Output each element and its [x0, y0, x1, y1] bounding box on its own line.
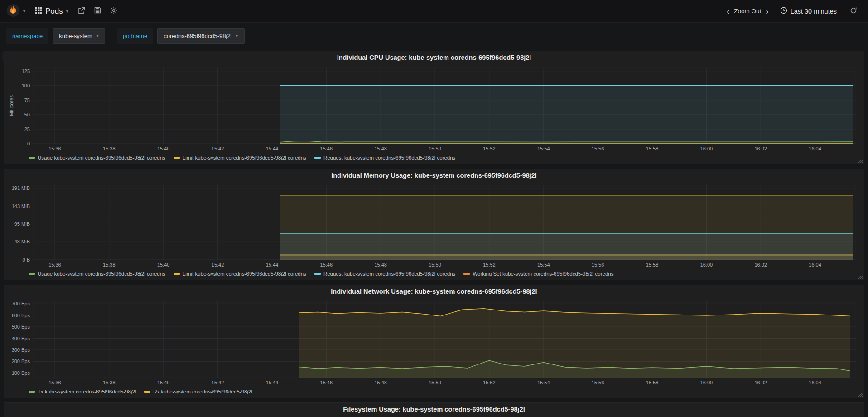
template-variables-row: namespace kube-system ▾ podname coredns-… [6, 28, 868, 44]
time-shift-forward-button[interactable]: › [764, 6, 770, 16]
svg-text:15:50: 15:50 [429, 146, 441, 151]
zoom-out-button[interactable]: Zoom Out [734, 8, 761, 15]
legend-item[interactable]: Rx kube-system coredns-695f96dcd5-98j2l [144, 389, 252, 394]
panel-network-usage: Individual Network Usage: kube-system co… [4, 285, 864, 398]
legend-item[interactable]: Request kube-system coredns-695f96dcd5-9… [314, 155, 456, 160]
svg-text:15:44: 15:44 [266, 262, 279, 267]
svg-text:15:52: 15:52 [483, 146, 496, 151]
svg-text:15:42: 15:42 [212, 262, 224, 267]
legend-color-dash [314, 157, 321, 159]
grafana-logo-button[interactable]: ▾ [6, 0, 30, 23]
chart-legend: Tx kube-system coredns-695f96dcd5-98j2lR… [8, 387, 860, 396]
svg-text:100 Bps: 100 Bps [12, 370, 30, 376]
refresh-button[interactable] [845, 0, 862, 23]
svg-text:0: 0 [27, 141, 30, 146]
svg-text:15:40: 15:40 [157, 262, 170, 267]
dashboard-grid-icon [35, 7, 42, 15]
svg-text:16:04: 16:04 [809, 146, 821, 151]
share-dashboard-button[interactable] [73, 0, 90, 23]
legend-item[interactable]: Usage kube-system coredns-695f96dcd5-98j… [29, 155, 165, 160]
save-icon [94, 7, 101, 15]
svg-text:0 B: 0 B [22, 257, 30, 262]
panel-title[interactable]: Individual CPU Usage: kube-system coredn… [8, 51, 860, 64]
legend-item[interactable]: Request kube-system coredns-695f96dcd5-9… [314, 271, 456, 276]
panel-title[interactable]: Individual Network Usage: kube-system co… [8, 285, 860, 298]
chart-plot-cpu[interactable]: 15:3615:3815:4015:4215:4415:4615:4815:50… [8, 64, 860, 153]
legend-color-dash [463, 273, 470, 275]
chart-plot-network[interactable]: 15:3615:3815:4015:4215:4415:4615:4815:50… [8, 298, 860, 387]
svg-text:300 Bps: 300 Bps [12, 347, 30, 353]
svg-text:15:38: 15:38 [103, 146, 116, 151]
legend-item[interactable]: Limit kube-system coredns-695f96dcd5-98j… [174, 271, 306, 276]
dashboard-settings-button[interactable] [106, 0, 122, 23]
svg-text:16:02: 16:02 [754, 262, 767, 267]
caret-down-icon: ▾ [96, 34, 99, 38]
legend-color-dash [174, 157, 180, 159]
variable-namespace-dropdown[interactable]: kube-system ▾ [53, 28, 105, 44]
svg-text:15:36: 15:36 [48, 146, 61, 151]
time-range-label: Last 30 minutes [791, 8, 837, 15]
time-shift-back-button[interactable]: ‹ [725, 6, 731, 16]
legend-color-dash [29, 273, 35, 275]
variable-podname: podname coredns-695f96dcd5-98j2l ▾ [117, 28, 245, 44]
panel-cpu-usage: Individual CPU Usage: kube-system coredn… [4, 51, 864, 164]
panel-rows: ⋮⋮⋮⋮⋮⋮ Individual CPU Usage: kube-system… [4, 51, 864, 417]
legend-item[interactable]: Limit kube-system coredns-695f96dcd5-98j… [174, 155, 306, 160]
svg-text:15:58: 15:58 [646, 146, 659, 151]
svg-text:15:38: 15:38 [103, 380, 116, 385]
variable-namespace-value: kube-system [59, 33, 92, 39]
chart-plot-memory[interactable]: 15:3615:3815:4015:4215:4415:4615:4815:50… [8, 182, 860, 269]
svg-text:143 MiB: 143 MiB [12, 204, 30, 209]
legend-item[interactable]: Working Set kube-system coredns-695f96dc… [463, 271, 613, 276]
svg-text:200 Bps: 200 Bps [12, 359, 30, 364]
legend-item[interactable]: Usage kube-system coredns-695f96dcd5-98j… [29, 271, 165, 276]
svg-text:25: 25 [24, 126, 30, 132]
chart-legend: Usage kube-system coredns-695f96dcd5-98j… [8, 269, 860, 278]
legend-color-dash [174, 273, 180, 275]
caret-down-icon: ▾ [23, 9, 25, 14]
panel-memory-usage: Individual Memory Usage: kube-system cor… [4, 169, 864, 280]
panel-filesystem-usage: Filesystem Usage: kube-system coredns-69… [4, 402, 864, 417]
legend-color-dash [144, 391, 150, 393]
navbar-right: ‹ Zoom Out › Last 30 minutes [725, 0, 862, 23]
svg-text:15:48: 15:48 [374, 262, 387, 267]
row-drag-handle[interactable]: ⋮⋮⋮⋮⋮⋮ [0, 54, 3, 61]
svg-text:15:44: 15:44 [266, 380, 279, 385]
chart-svg: 15:3615:3815:4015:4215:4415:4615:4815:50… [8, 182, 860, 269]
legend-item[interactable]: Tx kube-system coredns-695f96dcd5-98j2l [29, 389, 136, 394]
svg-text:15:36: 15:36 [48, 380, 61, 385]
svg-text:16:00: 16:00 [700, 262, 713, 267]
svg-text:15:50: 15:50 [429, 262, 441, 267]
svg-text:15:36: 15:36 [48, 262, 61, 267]
svg-text:15:58: 15:58 [646, 380, 659, 385]
svg-text:15:50: 15:50 [429, 380, 441, 385]
time-range-picker[interactable]: Last 30 minutes [775, 0, 842, 23]
svg-text:191 MiB: 191 MiB [12, 185, 30, 191]
clock-icon [780, 7, 787, 16]
svg-text:15:56: 15:56 [592, 262, 604, 267]
svg-text:15:52: 15:52 [483, 380, 496, 385]
variable-podname-label: podname [117, 28, 153, 44]
share-icon [78, 7, 85, 16]
svg-text:15:54: 15:54 [537, 262, 550, 267]
panel-title[interactable]: Filesystem Usage: kube-system coredns-69… [8, 403, 860, 416]
svg-text:15:40: 15:40 [157, 380, 170, 385]
svg-text:15:46: 15:46 [320, 146, 333, 151]
gear-icon [110, 7, 117, 16]
save-dashboard-button[interactable] [90, 0, 106, 23]
dashboard: ▾ Pods ▾ [0, 0, 868, 417]
svg-text:15:54: 15:54 [537, 146, 550, 151]
svg-text:15:42: 15:42 [212, 380, 224, 385]
svg-text:15:48: 15:48 [374, 380, 387, 385]
svg-text:15:52: 15:52 [483, 262, 496, 267]
svg-text:600 Bps: 600 Bps [12, 313, 30, 318]
navbar-left: ▾ Pods ▾ [6, 0, 122, 23]
dashboard-picker[interactable]: Pods ▾ [30, 0, 73, 23]
chart-svg: 15:3615:3815:4015:4215:4415:4615:4815:50… [8, 64, 860, 153]
svg-text:700 Bps: 700 Bps [12, 301, 30, 306]
svg-text:48 MiB: 48 MiB [14, 239, 30, 244]
variable-podname-dropdown[interactable]: coredns-695f96dcd5-98j2l ▾ [157, 28, 244, 44]
panel-title[interactable]: Individual Memory Usage: kube-system cor… [8, 169, 860, 182]
caret-down-icon: ▾ [66, 9, 68, 14]
legend-color-dash [29, 157, 35, 159]
